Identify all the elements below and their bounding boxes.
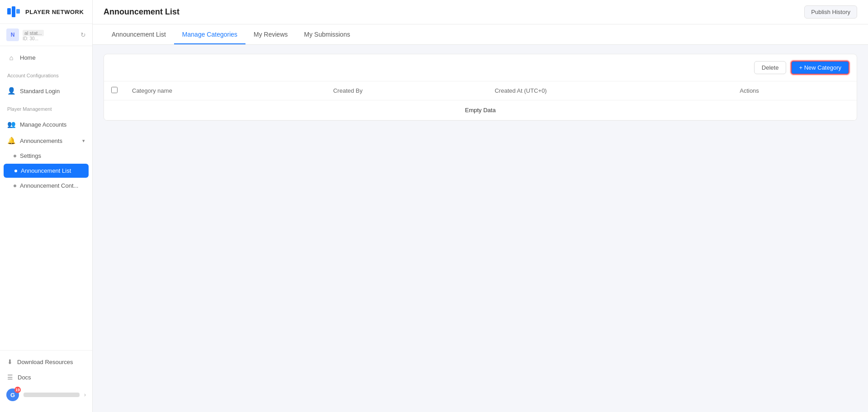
main-content: Announcement List Publish History Announ… bbox=[93, 0, 868, 412]
announcement-list-dot-icon bbox=[14, 170, 17, 172]
svg-rect-0 bbox=[7, 8, 11, 14]
sidebar-manage-accounts-label: Manage Accounts bbox=[20, 121, 66, 128]
sidebar-item-home[interactable]: ⌂ Home bbox=[0, 50, 92, 66]
person-icon: 👤 bbox=[7, 87, 15, 95]
home-icon: ⌂ bbox=[7, 54, 15, 62]
sidebar-item-announcement-list[interactable]: Announcement List bbox=[4, 164, 89, 178]
tab-my-reviews[interactable]: My Reviews bbox=[245, 24, 296, 44]
manage-accounts-icon: 👥 bbox=[7, 120, 15, 128]
sidebar-announcements-label: Announcements bbox=[20, 137, 78, 144]
sidebar-item-announcements[interactable]: 🔔 Announcements ▾ bbox=[0, 133, 92, 149]
new-category-button[interactable]: + New Category bbox=[791, 61, 849, 75]
table-header-checkbox bbox=[104, 81, 125, 100]
tab-announcement-list[interactable]: Announcement List bbox=[104, 24, 174, 44]
sidebar-docs-label: Docs bbox=[18, 374, 31, 381]
table-col-actions: Actions bbox=[732, 81, 857, 100]
sidebar-item-announcement-cont[interactable]: Announcement Cont... bbox=[0, 179, 92, 193]
sidebar-item-download-resources[interactable]: ⬇ Download Resources bbox=[0, 354, 92, 369]
svg-rect-2 bbox=[16, 9, 20, 14]
user-info-bar[interactable]: N al stat... ID: 30... ↻ bbox=[0, 24, 92, 46]
table-col-created-by: Created By bbox=[326, 81, 487, 100]
settings-dot-icon bbox=[14, 155, 16, 157]
sidebar-logo: PLAYER NETWORK bbox=[0, 0, 92, 24]
tab-bar: Announcement List Manage Categories My R… bbox=[93, 24, 868, 45]
empty-data-row: Empty Data bbox=[104, 100, 857, 120]
app-name: PLAYER NETWORK bbox=[25, 9, 84, 15]
notification-count-badge: 19 bbox=[14, 387, 21, 393]
sidebar-item-manage-accounts[interactable]: 👥 Manage Accounts bbox=[0, 116, 92, 133]
docs-icon: ☰ bbox=[7, 374, 13, 381]
select-all-checkbox[interactable] bbox=[111, 87, 118, 93]
table-body: Empty Data bbox=[104, 100, 857, 120]
delete-button[interactable]: Delete bbox=[754, 61, 787, 74]
nav-account-section: 👤 Standard Login bbox=[0, 79, 92, 103]
user-details: al stat... ID: 30... bbox=[23, 29, 77, 41]
user-status: al stat... bbox=[23, 30, 44, 36]
announcements-submenu: Settings Announcement List Announcement … bbox=[0, 149, 92, 193]
publish-history-button[interactable]: Publish History bbox=[804, 5, 857, 19]
account-name-blurred bbox=[24, 393, 80, 397]
sidebar-item-settings[interactable]: Settings bbox=[0, 149, 92, 163]
topbar: Announcement List Publish History bbox=[93, 0, 868, 24]
announcement-cont-dot-icon bbox=[14, 185, 16, 187]
empty-data-cell: Empty Data bbox=[104, 100, 857, 120]
account-configurations-section-label: Account Configurations bbox=[0, 69, 92, 79]
svg-rect-1 bbox=[12, 6, 15, 17]
avatar: N bbox=[6, 28, 19, 41]
sidebar-item-standard-login[interactable]: 👤 Standard Login bbox=[0, 83, 92, 99]
refresh-icon[interactable]: ↻ bbox=[80, 31, 86, 38]
table-col-category-name: Category name bbox=[125, 81, 326, 100]
download-icon: ⬇ bbox=[7, 358, 13, 365]
google-account-row[interactable]: G 19 › bbox=[0, 385, 92, 405]
sidebar-download-label: Download Resources bbox=[17, 359, 73, 365]
sidebar: PLAYER NETWORK N al stat... ID: 30... ↻ … bbox=[0, 0, 93, 412]
categories-table-container: Delete + New Category Category name Crea… bbox=[104, 54, 857, 121]
table-toolbar: Delete + New Category bbox=[104, 54, 857, 81]
announcements-chevron-icon: ▾ bbox=[82, 138, 85, 144]
logo-icon bbox=[7, 6, 22, 17]
sidebar-bottom: ⬇ Download Resources ☰ Docs G 19 › bbox=[0, 350, 92, 412]
page-title: Announcement List bbox=[104, 7, 179, 17]
nav-player-section: 👥 Manage Accounts 🔔 Announcements ▾ Sett… bbox=[0, 113, 92, 196]
table-col-created-at: Created At (UTC+0) bbox=[487, 81, 732, 100]
nav-home-section: ⌂ Home bbox=[0, 46, 92, 69]
sidebar-announcement-cont-label: Announcement Cont... bbox=[20, 182, 78, 189]
sidebar-settings-label: Settings bbox=[20, 152, 41, 159]
user-id: ID: 30... bbox=[23, 36, 77, 41]
announcements-icon: 🔔 bbox=[7, 137, 15, 145]
sidebar-home-label: Home bbox=[20, 54, 36, 61]
tab-manage-categories[interactable]: Manage Categories bbox=[174, 24, 245, 44]
sidebar-announcement-list-label: Announcement List bbox=[21, 167, 71, 174]
content-area: Delete + New Category Category name Crea… bbox=[93, 45, 868, 412]
google-badge: G 19 bbox=[6, 388, 19, 401]
player-management-section-label: Player Management bbox=[0, 103, 92, 113]
sidebar-standard-login-label: Standard Login bbox=[20, 88, 60, 95]
account-chevron-icon: › bbox=[84, 392, 86, 398]
categories-table: Category name Created By Created At (UTC… bbox=[104, 81, 857, 120]
tab-my-submissions[interactable]: My Submissions bbox=[296, 24, 359, 44]
table-header: Category name Created By Created At (UTC… bbox=[104, 81, 857, 100]
sidebar-item-docs[interactable]: ☰ Docs bbox=[0, 369, 92, 385]
